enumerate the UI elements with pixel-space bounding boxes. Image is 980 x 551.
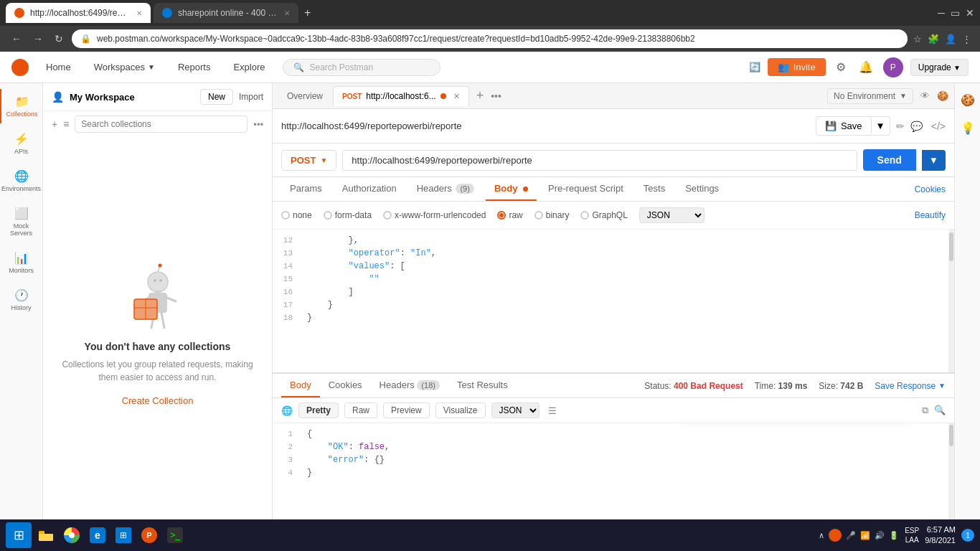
nav-settings[interactable]: Settings bbox=[677, 177, 727, 201]
send-arrow-button[interactable]: ▼ bbox=[922, 150, 946, 171]
resp-format-selector[interactable]: JSON Text bbox=[491, 402, 540, 418]
resp-pretty-btn[interactable]: Pretty bbox=[298, 402, 339, 418]
taskbar-file-explorer[interactable] bbox=[34, 524, 57, 547]
body-option-form-data[interactable]: form-data bbox=[324, 210, 372, 220]
more-tabs-icon[interactable]: ••• bbox=[491, 90, 501, 102]
save-button[interactable]: 💾 Save bbox=[816, 117, 872, 135]
right-cookie-icon[interactable]: 🍪 bbox=[956, 89, 979, 111]
body-option-raw[interactable]: raw bbox=[497, 210, 522, 220]
tab-close-icon[interactable]: ✕ bbox=[453, 92, 460, 101]
resp-visualize-btn[interactable]: Visualize bbox=[435, 402, 486, 418]
search-bar[interactable]: 🔍 Search Postman bbox=[283, 59, 440, 76]
eye-icon[interactable]: 👁 bbox=[920, 90, 930, 101]
nav-params[interactable]: Params bbox=[281, 177, 331, 201]
nav-pre-request[interactable]: Pre-request Script bbox=[540, 177, 632, 201]
resp-copy-icon[interactable]: ⧉ bbox=[922, 405, 928, 416]
taskbar-browser[interactable] bbox=[60, 524, 83, 547]
save-response-button[interactable]: Save Response ▼ bbox=[875, 381, 946, 391]
add-tab-button[interactable]: + bbox=[471, 88, 490, 103]
wifi-icon[interactable]: 📶 bbox=[860, 531, 870, 540]
sidebar-item-monitors[interactable]: 📊 Monitors bbox=[0, 245, 42, 280]
user-avatar[interactable]: P bbox=[883, 57, 903, 77]
request-body-editor[interactable]: 12 }, 13 "operator": "In", 14 "values": … bbox=[273, 230, 954, 373]
notification-center[interactable]: 1 bbox=[961, 529, 974, 542]
resp-tab-test-results[interactable]: Test Results bbox=[448, 374, 517, 397]
notification-icon[interactable]: 🔔 bbox=[856, 57, 876, 77]
right-lightbulb-icon[interactable]: 💡 bbox=[956, 117, 979, 139]
browser-back[interactable]: ← bbox=[9, 30, 24, 47]
cookies-link[interactable]: Cookies bbox=[915, 184, 946, 194]
resp-search-icon[interactable]: 🔍 bbox=[934, 405, 946, 416]
import-button[interactable]: Import bbox=[239, 92, 263, 102]
postman-tray-icon[interactable] bbox=[829, 529, 842, 542]
nav-body[interactable]: Body bbox=[486, 177, 537, 201]
invite-button[interactable]: 👥 Invite bbox=[768, 58, 826, 76]
editor-scrollbar[interactable] bbox=[948, 230, 954, 372]
window-close[interactable]: ✕ bbox=[966, 7, 974, 19]
send-button[interactable]: POST Send bbox=[863, 149, 916, 171]
extensions-icon[interactable]: 🧩 bbox=[928, 34, 939, 44]
nav-explore[interactable]: Explore bbox=[227, 59, 270, 75]
battery-icon[interactable]: 🔋 bbox=[889, 531, 899, 540]
nav-workspaces[interactable]: Workspaces ▼ bbox=[88, 59, 161, 75]
body-option-binary[interactable]: binary bbox=[534, 210, 570, 220]
sidebar-item-environments[interactable]: 🌐 Environments bbox=[0, 164, 42, 198]
sidebar-item-history[interactable]: 🕐 History bbox=[0, 283, 42, 317]
add-collection-icon[interactable]: + bbox=[52, 118, 57, 130]
tab-active-request[interactable]: POST http://localhost:6... ✕ bbox=[333, 86, 469, 106]
body-option-urlencoded[interactable]: x-www-form-urlencoded bbox=[383, 210, 486, 220]
new-tab-button[interactable]: + bbox=[304, 6, 311, 19]
window-maximize[interactable]: ▭ bbox=[951, 7, 960, 19]
chat-icon[interactable]: 💬 bbox=[910, 121, 923, 132]
upgrade-button[interactable]: Upgrade ▼ bbox=[910, 59, 969, 76]
taskbar-terminal[interactable]: >_ bbox=[164, 524, 187, 547]
bookmark-icon[interactable]: ☆ bbox=[913, 34, 922, 44]
nav-tests[interactable]: Tests bbox=[635, 177, 674, 201]
volume-icon[interactable]: 🔊 bbox=[875, 531, 885, 540]
taskbar-edge[interactable]: e bbox=[86, 524, 109, 547]
mic-icon[interactable]: 🎤 bbox=[846, 531, 856, 540]
resp-tab-cookies[interactable]: Cookies bbox=[320, 374, 371, 397]
edit-icon[interactable]: ✏ bbox=[896, 121, 905, 132]
save-arrow-button[interactable]: ▼ bbox=[872, 117, 890, 135]
resp-scrollbar[interactable] bbox=[948, 423, 954, 531]
cookie-jar-icon[interactable]: 🍪 bbox=[937, 90, 948, 101]
sort-icon[interactable]: ≡ bbox=[63, 118, 69, 130]
environment-selector[interactable]: No Environment ▼ bbox=[827, 88, 913, 104]
body-format-selector[interactable]: JSON Text JavaScript HTML XML bbox=[639, 207, 705, 223]
sync-icon[interactable]: 🔄 bbox=[749, 62, 760, 72]
new-button[interactable]: New bbox=[200, 89, 233, 105]
browser-refresh[interactable]: ↻ bbox=[52, 30, 66, 47]
body-option-none[interactable]: none bbox=[281, 210, 312, 220]
sidebar-item-collections[interactable]: 📁 Collections bbox=[0, 89, 42, 123]
address-bar[interactable]: 🔒 web.postman.co/workspace/My-Workspace~… bbox=[72, 29, 908, 48]
settings-icon[interactable]: ⚙ bbox=[833, 57, 849, 77]
beautify-button[interactable]: Beautify bbox=[915, 210, 946, 220]
nav-authorization[interactable]: Authorization bbox=[334, 177, 405, 201]
url-input[interactable] bbox=[342, 150, 857, 171]
browser-tab-2[interactable]: sharepoint online - 400 bad requ... ✕ bbox=[154, 3, 298, 23]
sidebar-item-mock-servers[interactable]: ⬜ Mock Servers bbox=[0, 201, 42, 242]
resp-tab-headers[interactable]: Headers (18) bbox=[371, 374, 448, 397]
code-slash-icon[interactable]: </> bbox=[931, 121, 946, 132]
window-minimize[interactable]: ─ bbox=[938, 7, 945, 19]
search-collections-input[interactable] bbox=[75, 116, 248, 133]
resp-raw-btn[interactable]: Raw bbox=[344, 402, 377, 418]
tab-close-1[interactable]: ✕ bbox=[136, 9, 142, 17]
tray-expand[interactable]: ∧ bbox=[819, 531, 824, 540]
nav-home[interactable]: Home bbox=[40, 59, 77, 75]
tab-overview[interactable]: Overview bbox=[278, 87, 331, 105]
browser-forward[interactable]: → bbox=[30, 30, 46, 47]
browser-menu[interactable]: ⋮ bbox=[962, 34, 971, 44]
sidebar-item-apis[interactable]: ⚡ APIs bbox=[0, 126, 42, 161]
resp-preview-btn[interactable]: Preview bbox=[383, 402, 430, 418]
body-option-graphql[interactable]: GraphQL bbox=[580, 210, 627, 220]
create-collection-link[interactable]: Create Collection bbox=[122, 395, 194, 406]
method-selector[interactable]: POST ▼ bbox=[281, 150, 336, 171]
nav-headers[interactable]: Headers (9) bbox=[408, 177, 483, 201]
more-options-icon[interactable]: ••• bbox=[253, 119, 263, 130]
tab-close-2[interactable]: ✕ bbox=[284, 9, 290, 17]
response-body-editor[interactable]: 1 { 2 "OK": false, 3 "error": {} 4 } bbox=[273, 423, 954, 531]
start-button[interactable]: ⊞ bbox=[6, 522, 32, 548]
resp-tab-body[interactable]: Body bbox=[281, 374, 320, 397]
